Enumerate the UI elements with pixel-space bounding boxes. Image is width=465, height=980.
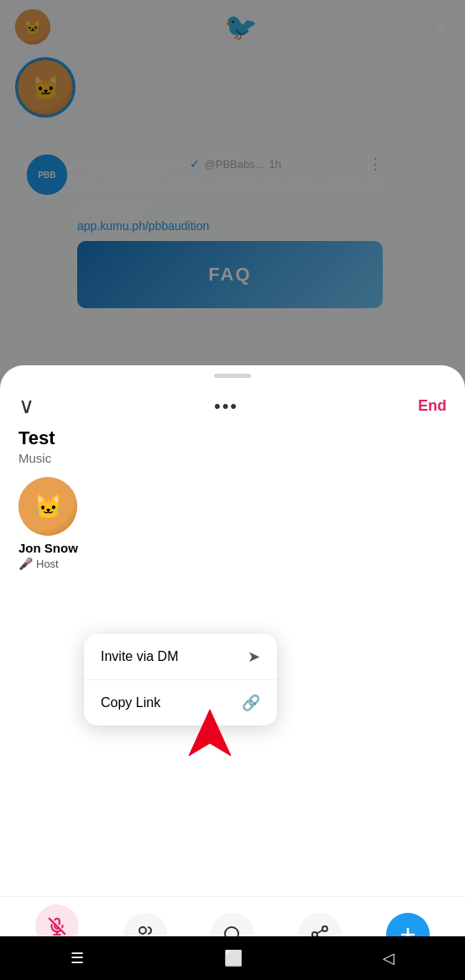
invite-dm-item[interactable]: Invite via DM ➤ — [84, 634, 277, 680]
copy-link-label: Copy Link — [101, 695, 160, 710]
host-name: Jon Snow — [18, 541, 78, 555]
context-menu: Invite via DM ➤ Copy Link 🔗 — [84, 634, 277, 726]
link-icon: 🔗 — [242, 694, 260, 712]
svg-line-11 — [317, 930, 323, 933]
nav-back-icon[interactable]: ◁ — [383, 949, 394, 967]
more-options-icon[interactable]: ••• — [214, 396, 238, 417]
svg-point-4 — [139, 927, 146, 934]
host-label-text: Host — [36, 558, 59, 570]
send-icon: ➤ — [248, 647, 260, 666]
mic-off-icon: 🎤̸ — [18, 557, 33, 570]
host-area: 🐱 Jon Snow 🎤̸ Host — [0, 477, 465, 570]
nav-menu-icon[interactable]: ☰ — [71, 949, 84, 967]
invite-dm-label: Invite via DM — [101, 649, 178, 664]
red-arrow-indicator — [185, 705, 235, 773]
chevron-down-icon[interactable]: ∨ — [18, 393, 34, 419]
room-title-area: Test Music — [0, 424, 465, 477]
nav-home-icon[interactable]: ⬜ — [224, 949, 243, 967]
bottom-sheet: ∨ ••• End Test Music 🐱 Jon Snow 🎤̸ Host … — [0, 365, 465, 936]
end-button[interactable]: End — [418, 397, 447, 415]
android-nav-bar: ☰ ⬜ ◁ — [0, 936, 465, 980]
host-avatar: 🐱 — [18, 477, 77, 536]
room-title: Test — [18, 427, 447, 449]
sheet-header: ∨ ••• End — [0, 378, 465, 424]
room-subtitle: Music — [18, 451, 447, 465]
svg-marker-0 — [189, 710, 231, 756]
host-label-row: 🎤̸ Host — [18, 557, 59, 570]
copy-link-item[interactable]: Copy Link 🔗 — [84, 680, 277, 726]
